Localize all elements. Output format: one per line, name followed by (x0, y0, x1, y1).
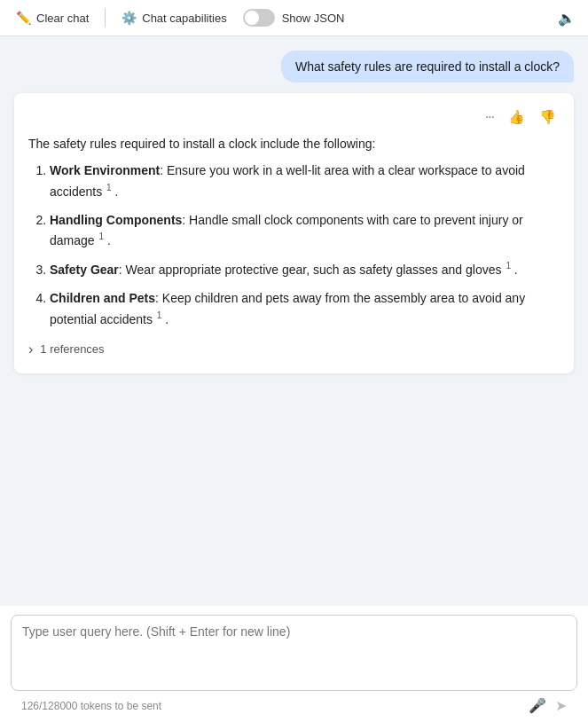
clear-chat-button[interactable]: Clear chat (7, 7, 98, 28)
list-item: Work Environment: Ensure you work in a w… (50, 161, 560, 200)
mic-button[interactable] (529, 696, 546, 715)
input-area: 126/128000 tokens to be sent (0, 606, 588, 722)
input-box (11, 615, 577, 691)
assistant-intro: The safety rules required to install a c… (28, 134, 560, 153)
show-json-label: Show JSON (282, 12, 345, 25)
list-item: Children and Pets: Keep children and pet… (50, 288, 560, 328)
assistant-card: The safety rules required to install a c… (14, 93, 574, 373)
toolbar: Clear chat Chat capabilities Show JSON (0, 0, 588, 36)
superscript-1: 1 (106, 183, 112, 192)
item-bold-3: Safety Gear (50, 263, 119, 277)
assistant-response-body: The safety rules required to install a c… (28, 134, 560, 329)
superscript-4: 1 (157, 310, 162, 320)
chat-capabilities-label: Chat capabilities (142, 12, 226, 25)
token-count: 126/128000 tokens to be sent (21, 700, 161, 712)
clear-chat-label: Clear chat (36, 12, 89, 25)
chat-capabilities-button[interactable]: Chat capabilities (113, 7, 235, 28)
input-footer: 126/128000 tokens to be sent (11, 691, 577, 722)
superscript-3: 1 (506, 261, 511, 271)
answer-list: Work Environment: Ensure you work in a w… (28, 161, 560, 328)
send-icon (555, 696, 567, 715)
ellipsis-icon (485, 109, 494, 124)
list-item: Handling Components: Handle small clock … (50, 210, 560, 250)
item-bold-2: Handling Components (50, 213, 182, 227)
chevron-right-icon (28, 341, 35, 357)
query-input[interactable] (22, 624, 566, 678)
send-button[interactable] (555, 696, 567, 715)
references-label: 1 references (40, 342, 104, 356)
list-item: Safety Gear: Wear appropriate protective… (50, 259, 560, 279)
item-bold-4: Children and Pets (50, 291, 155, 305)
toolbar-divider (105, 9, 106, 27)
references-toggle-button[interactable]: 1 references (28, 340, 105, 359)
thumbs-up-icon (508, 109, 525, 124)
volume-button[interactable] (553, 6, 581, 30)
mic-icon (529, 696, 546, 715)
eraser-icon (16, 11, 31, 25)
thumbs-down-icon (539, 109, 556, 124)
chat-area: What safety rules are required to instal… (0, 36, 588, 606)
thumbs-up-button[interactable] (505, 107, 529, 127)
user-message: What safety rules are required to instal… (281, 51, 574, 82)
card-actions (28, 107, 560, 127)
item-text-3: : Wear appropriate protective gear, such… (119, 263, 502, 277)
item-bold-1: Work Environment (50, 163, 160, 177)
thumbs-down-button[interactable] (536, 107, 560, 127)
superscript-2: 1 (98, 232, 104, 241)
more-options-button[interactable] (482, 107, 498, 127)
show-json-toggle-container: Show JSON (243, 9, 345, 27)
show-json-toggle[interactable] (243, 9, 275, 27)
gear-icon (122, 11, 137, 25)
user-message-text: What safety rules are required to instal… (295, 59, 560, 74)
volume-icon (558, 10, 576, 27)
